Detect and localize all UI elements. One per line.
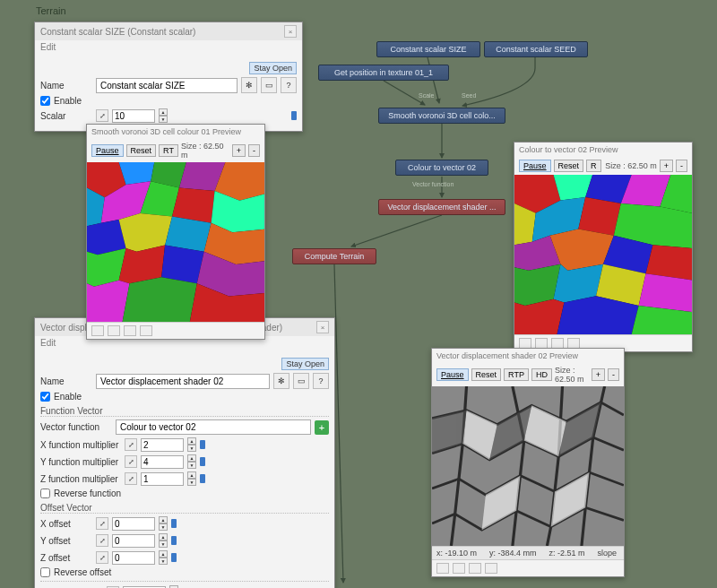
node-get-position[interactable]: Get position in texture 01_1 [318, 65, 449, 81]
preview-footer [87, 322, 264, 339]
zmul-spinner[interactable]: ▲▼ [187, 471, 196, 486]
svg-marker-11 [87, 220, 126, 255]
footer-icon[interactable] [124, 325, 136, 336]
node-colour-to-vector[interactable]: Colour to vector 02 [395, 160, 488, 176]
footer-icon[interactable] [453, 563, 465, 574]
axis-icon[interactable]: ⤢ [125, 438, 137, 451]
ymul-slider[interactable] [200, 457, 205, 466]
axis-icon[interactable]: ⤢ [96, 534, 108, 547]
rt-button[interactable]: RT [159, 144, 178, 157]
edge-label-scale: Scale [419, 92, 435, 99]
help-icon[interactable]: ? [313, 373, 329, 389]
footer-icon[interactable] [485, 563, 497, 574]
minus-button[interactable]: - [248, 144, 260, 157]
preview-vds-title: Vector displacement shader 02 Preview [436, 351, 578, 360]
axis-icon[interactable]: ⤢ [125, 472, 137, 485]
coord-z: z: -2.51 m [549, 549, 585, 558]
xmul-spinner[interactable]: ▲▼ [187, 437, 196, 452]
axis-icon[interactable]: ⤢ [96, 551, 108, 564]
axis-icon[interactable]: ⤢ [96, 109, 108, 122]
zo-slider[interactable] [171, 553, 177, 562]
yo-slider[interactable] [171, 536, 177, 545]
xo-input[interactable] [112, 517, 155, 531]
link-icon[interactable]: ▭ [293, 373, 309, 389]
svg-marker-13 [165, 217, 211, 252]
node-vector-displacement-shader[interactable]: Vector displacement shader ... [378, 199, 505, 215]
rtp-button[interactable]: RTP [504, 368, 529, 381]
zmul-input[interactable] [141, 472, 184, 486]
reset-button[interactable]: Reset [126, 144, 157, 157]
minus-button[interactable]: - [608, 368, 619, 381]
close-icon[interactable]: × [284, 25, 297, 38]
stay-open-button[interactable]: Stay Open [249, 62, 297, 74]
revfn-checkbox[interactable] [40, 489, 50, 498]
minus-button[interactable]: - [676, 160, 687, 172]
footer-icon[interactable] [108, 325, 120, 336]
vecfn-input[interactable] [116, 419, 311, 435]
zo-input[interactable] [112, 551, 155, 565]
xmul-input[interactable] [141, 438, 184, 452]
ymul-label: Y function multiplier [40, 457, 121, 467]
footer-icon[interactable] [91, 325, 104, 336]
node-constant-scalar-size[interactable]: Constant scalar SIZE [376, 41, 480, 57]
gear-icon[interactable]: ✻ [273, 373, 289, 389]
gear-icon[interactable]: ✻ [241, 77, 257, 93]
panel-vector-displacement-shader: Vector displacement shader 02 (Vector di… [34, 317, 335, 588]
preview-size-label: Size : 62.50 m [605, 161, 657, 170]
help-icon[interactable]: ? [281, 77, 297, 93]
link-icon[interactable]: ▭ [261, 77, 277, 93]
coord-y: y: -384.4 mm [489, 549, 537, 558]
preview-voronoi: Smooth voronoi 3D cell colour 01 Preview… [86, 124, 265, 340]
plus-button[interactable]: + [232, 144, 246, 157]
svg-marker-19 [87, 281, 130, 322]
plus-button[interactable]: + [660, 160, 673, 172]
pause-button[interactable]: Pause [519, 160, 551, 172]
reset-button[interactable]: Reset [471, 368, 502, 381]
yo-spinner[interactable]: ▲▼ [159, 533, 168, 548]
xo-label: X offset [40, 519, 92, 529]
r-button[interactable]: R [586, 160, 601, 172]
zo-spinner[interactable]: ▲▼ [159, 550, 168, 565]
yo-input[interactable] [112, 534, 155, 548]
name-input[interactable] [96, 78, 238, 93]
plus-button[interactable]: + [592, 368, 605, 381]
footer-icon[interactable] [436, 563, 449, 574]
preview-voronoi-title: Smooth voronoi 3D cell colour 01 Preview [91, 127, 241, 136]
hd-button[interactable]: HD [531, 368, 552, 381]
preview-c2v-title: Colour to vector 02 Preview [519, 145, 618, 154]
axis-icon[interactable]: ⤢ [125, 455, 137, 468]
ymul-spinner[interactable]: ▲▼ [187, 454, 196, 469]
pause-button[interactable]: Pause [91, 144, 124, 157]
revfn-label: Reverse function [54, 489, 121, 498]
stay-open-button[interactable]: Stay Open [281, 358, 329, 370]
node-constant-scalar-seed[interactable]: Constant scalar SEED [484, 41, 588, 57]
node-smooth-voronoi[interactable]: Smooth voronoi 3D cell colo... [378, 108, 505, 124]
xo-spinner[interactable]: ▲▼ [159, 516, 168, 531]
preview-size-label: Size : 62.50 m [555, 366, 589, 384]
svg-marker-20 [123, 277, 197, 322]
ymul-input[interactable] [141, 455, 184, 469]
scalar-spinner[interactable]: ▲▼ [159, 108, 168, 123]
pause-button[interactable]: Pause [436, 368, 469, 381]
scalar-slider[interactable] [291, 111, 297, 120]
close-icon[interactable]: × [316, 321, 329, 333]
xmul-slider[interactable] [200, 440, 205, 449]
footer-icon[interactable] [140, 325, 152, 336]
edge-label-vecfn: Vector function [412, 181, 454, 187]
revoff-checkbox[interactable] [40, 567, 50, 577]
zmul-slider[interactable] [200, 474, 205, 483]
reset-button[interactable]: Reset [554, 160, 584, 172]
preview-voronoi-image [87, 162, 264, 322]
add-button[interactable]: + [315, 420, 329, 435]
enable-checkbox[interactable] [40, 392, 50, 402]
svg-marker-16 [119, 246, 165, 284]
panel-constant-scalar-size: Constant scalar SIZE (Constant scalar) ×… [34, 22, 303, 132]
scalar-input[interactable] [112, 109, 155, 123]
name-input[interactable] [96, 374, 270, 389]
enable-checkbox[interactable] [40, 96, 50, 106]
xo-slider[interactable] [171, 519, 177, 528]
node-compute-terrain[interactable]: Compute Terrain [292, 248, 376, 264]
svg-marker-39 [639, 273, 692, 312]
footer-icon[interactable] [469, 563, 481, 574]
axis-icon[interactable]: ⤢ [96, 517, 108, 530]
